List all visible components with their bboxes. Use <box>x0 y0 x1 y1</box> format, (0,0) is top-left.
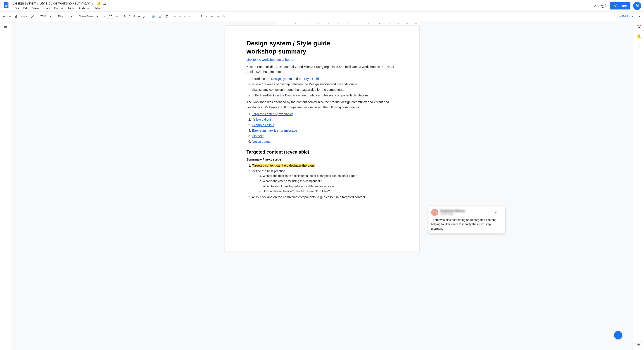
link-button[interactable]: 🔗 <box>150 14 157 19</box>
zoom-select[interactable]: 75% 100% <box>38 13 53 19</box>
document-heading: Design system / Style guide workshop sum… <box>246 39 398 56</box>
user-avatar[interactable]: M <box>633 2 641 10</box>
indent-increase-button[interactable]: → <box>215 14 221 19</box>
share-button[interactable]: Share <box>610 2 630 9</box>
right-sidebar: 📅 🔔 ✓ + <box>633 21 644 350</box>
comment-button[interactable]: 💬 <box>157 14 164 19</box>
mural-board-link[interactable]: Link to the workshop mural board <box>246 58 294 61</box>
left-sidebar: ☰ <box>0 21 11 350</box>
list-item: What is the maximum / minimum number of … <box>263 174 398 178</box>
text-color-button[interactable]: A <box>137 14 142 19</box>
font-select[interactable]: Open Sans Arial <box>77 13 99 19</box>
add-plugin-button[interactable]: + <box>635 341 642 348</box>
menu-edit[interactable]: Edit <box>22 6 30 10</box>
ruler: -2 -1 1 2 3 4 5 6 7 8 9 10 11 12 13 <box>225 21 420 26</box>
list-item: What is the criteria for using this comp… <box>263 179 398 183</box>
svg-rect-4 <box>5 5 8 6</box>
underline-button[interactable]: U <box>132 14 136 19</box>
intro-paragraph: Kostas Panapakidis, Jack Munnelly, and M… <box>246 64 398 74</box>
list-item: review the areas of overlap between the … <box>252 82 398 87</box>
document-title[interactable]: Design system / Style guide workshop sum… <box>13 1 90 5</box>
list-item: Yellow callout <box>252 117 398 122</box>
title-bar: Design system / Style guide workshop sum… <box>0 0 644 12</box>
component-link-4[interactable]: Error summary & error message <box>252 129 297 132</box>
numbered-list-button[interactable]: 1. <box>199 14 204 19</box>
style-guide-link[interactable]: Style Guide <box>304 77 320 81</box>
intro-bullets: introduce the Design system and the Styl… <box>252 76 398 98</box>
menu-addons[interactable]: Add-ons <box>77 6 91 10</box>
font-size-control: − + <box>102 14 119 19</box>
comment-icon[interactable]: 💬 <box>600 2 607 9</box>
highlighted-text: Targeted content can help declutter the … <box>252 164 315 167</box>
font-size-decrease[interactable]: − <box>102 14 107 19</box>
undo-button[interactable]: ↩ <box>2 14 7 19</box>
bold-button[interactable]: B <box>122 14 127 19</box>
component-link-3[interactable]: Example callout <box>252 123 274 127</box>
menu-tools[interactable]: Tools <box>66 6 76 10</box>
component-link-2[interactable]: Yellow callout <box>252 118 271 121</box>
activity-icon[interactable]: ↗ <box>592 2 598 9</box>
component-link-1[interactable]: Targeted content (revealable) <box>252 112 293 116</box>
print-button[interactable]: 🖨 <box>13 14 19 19</box>
font-size-input[interactable] <box>107 14 114 19</box>
comment-avatar <box>431 209 438 216</box>
align-left-button[interactable]: ≡ <box>172 14 177 19</box>
highlight-button[interactable]: 🖊 <box>142 14 148 19</box>
comment-actions: ✓ ⋮ <box>495 210 502 215</box>
divider3 <box>75 14 75 19</box>
comment-header: Stephanie Mulvey 10:30 Today ✓ ⋮ <box>431 209 502 216</box>
divider6 <box>149 14 149 19</box>
document-area[interactable]: -2 -1 1 2 3 4 5 6 7 8 9 10 11 12 13 Desi… <box>11 21 633 350</box>
redo-button[interactable]: ↪ <box>8 14 13 19</box>
indent-decrease-button[interactable]: ← <box>209 14 215 19</box>
svg-rect-3 <box>5 4 8 5</box>
image-button[interactable]: 🖼 <box>164 14 170 19</box>
list-item: Targeted content (revealable) <box>252 112 398 117</box>
clear-format-button[interactable]: ✕ <box>222 14 227 19</box>
tasks-icon[interactable]: ✓ <box>636 42 642 50</box>
divider8 <box>193 14 194 19</box>
component-link-5[interactable]: Hint text <box>252 134 264 138</box>
scroll-button[interactable]: ↓ <box>614 331 622 339</box>
align-center-button[interactable]: ≡ <box>178 14 182 19</box>
components-list: Targeted content (revealable) Yellow cal… <box>252 112 398 144</box>
paint-format-button[interactable]: 🖌 <box>30 14 35 19</box>
font-size-increase[interactable]: + <box>115 14 120 19</box>
calendar-icon[interactable]: 📅 <box>635 23 643 31</box>
bell-icon[interactable]: 🔔 <box>96 1 101 6</box>
collapse-toolbar-button[interactable]: ▲ <box>636 14 642 19</box>
list-item: discuss any confusion around the usage/r… <box>252 87 398 92</box>
section1-list: Targeted content can help declutter the … <box>252 163 398 200</box>
spellcheck-button[interactable]: ✓abc <box>19 14 29 19</box>
menu-file[interactable]: File <box>13 6 21 10</box>
document-page: Design system / Style guide workshop sum… <box>225 26 420 252</box>
title-area: Design system / Style guide workshop sum… <box>13 1 590 10</box>
list-item: When to start funnelling advice for diff… <box>263 184 398 189</box>
list-item: Targeted content can help declutter the … <box>252 163 398 168</box>
italic-button[interactable]: I <box>128 14 131 19</box>
menu-format[interactable]: Format <box>52 6 65 10</box>
list-item: Example callout <box>252 123 398 128</box>
menu-insert[interactable]: Insert <box>41 6 52 10</box>
bullet-list-button[interactable]: • <box>205 14 209 19</box>
line-spacing-button[interactable]: ↕ <box>195 14 199 19</box>
notification-icon[interactable]: 🔔 <box>635 32 643 40</box>
menu-help[interactable]: Help <box>92 6 102 10</box>
divider2 <box>54 14 54 19</box>
outline-icon[interactable]: ☰ <box>2 24 8 32</box>
svg-rect-5 <box>5 6 7 6</box>
style-select[interactable]: Title Normal text Heading 1 <box>56 13 74 19</box>
list-item: A11y checking on the combining component… <box>252 195 398 200</box>
editing-mode-button[interactable]: ✏ Editing ▾ <box>616 13 636 19</box>
cloud-icon: ☁ <box>103 1 106 6</box>
ruler-inner: -2 -1 1 2 3 4 5 6 7 8 9 10 11 12 13 <box>277 21 420 25</box>
comment-resolve-icon[interactable]: ✓ <box>495 210 498 215</box>
star-icon[interactable]: ☆ <box>92 1 95 6</box>
justify-button[interactable]: ≡ <box>187 14 192 19</box>
component-link-6[interactable]: Notice banner <box>252 140 272 143</box>
align-right-button[interactable]: ≡ <box>182 14 187 19</box>
design-system-link[interactable]: Design system <box>271 77 292 81</box>
comment-more-icon[interactable]: ⋮ <box>499 210 502 214</box>
menu-view[interactable]: View <box>30 6 40 10</box>
comment-bubble: Stephanie Mulvey 10:30 Today ✓ ⋮ There w… <box>428 206 505 234</box>
